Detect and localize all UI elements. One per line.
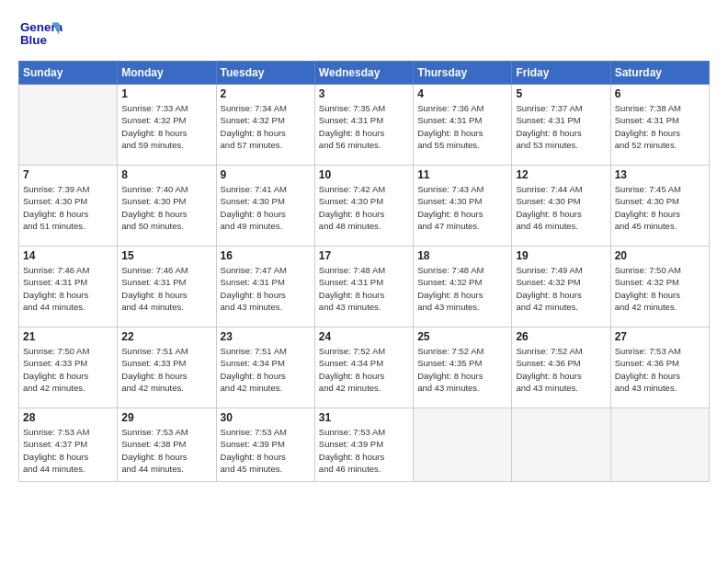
calendar-cell <box>610 408 709 482</box>
day-number: 10 <box>319 168 409 181</box>
calendar-cell: 22Sunrise: 7:51 AMSunset: 4:33 PMDayligh… <box>118 327 216 408</box>
cell-info: Sunrise: 7:52 AMSunset: 4:36 PMDaylight:… <box>516 345 606 394</box>
week-row-1: 1Sunrise: 7:33 AMSunset: 4:32 PMDaylight… <box>19 85 710 166</box>
day-header-sunday: Sunday <box>19 62 118 85</box>
calendar-cell: 12Sunrise: 7:44 AMSunset: 4:30 PMDayligh… <box>512 166 610 247</box>
logo: General Blue <box>18 15 63 52</box>
cell-info: Sunrise: 7:53 AMSunset: 4:38 PMDaylight:… <box>121 426 211 475</box>
calendar-cell: 4Sunrise: 7:36 AMSunset: 4:31 PMDaylight… <box>414 85 512 166</box>
day-number: 24 <box>319 330 409 343</box>
day-header-tuesday: Tuesday <box>216 62 314 85</box>
day-number: 30 <box>221 411 311 424</box>
day-number: 5 <box>516 87 606 100</box>
calendar-cell: 14Sunrise: 7:46 AMSunset: 4:31 PMDayligh… <box>19 247 118 327</box>
week-row-4: 21Sunrise: 7:50 AMSunset: 4:33 PMDayligh… <box>19 327 710 408</box>
day-number: 12 <box>516 168 606 181</box>
cell-info: Sunrise: 7:46 AMSunset: 4:31 PMDaylight:… <box>23 264 113 313</box>
calendar-cell: 23Sunrise: 7:51 AMSunset: 4:34 PMDayligh… <box>216 327 314 408</box>
calendar-cell: 5Sunrise: 7:37 AMSunset: 4:31 PMDaylight… <box>512 85 610 166</box>
day-number: 13 <box>615 168 705 181</box>
day-number: 22 <box>121 330 211 343</box>
calendar: SundayMondayTuesdayWednesdayThursdayFrid… <box>18 61 710 482</box>
calendar-cell: 26Sunrise: 7:52 AMSunset: 4:36 PMDayligh… <box>512 327 610 408</box>
day-number: 20 <box>615 249 705 262</box>
week-row-2: 7Sunrise: 7:39 AMSunset: 4:30 PMDaylight… <box>19 166 710 247</box>
cell-info: Sunrise: 7:46 AMSunset: 4:31 PMDaylight:… <box>121 264 211 313</box>
calendar-cell: 2Sunrise: 7:34 AMSunset: 4:32 PMDaylight… <box>216 85 314 166</box>
cell-info: Sunrise: 7:42 AMSunset: 4:30 PMDaylight:… <box>319 183 409 232</box>
day-number: 11 <box>417 168 507 181</box>
calendar-cell: 20Sunrise: 7:50 AMSunset: 4:32 PMDayligh… <box>610 247 709 327</box>
cell-info: Sunrise: 7:53 AMSunset: 4:36 PMDaylight:… <box>615 345 705 394</box>
cell-info: Sunrise: 7:51 AMSunset: 4:34 PMDaylight:… <box>221 345 311 394</box>
calendar-cell: 10Sunrise: 7:42 AMSunset: 4:30 PMDayligh… <box>314 166 413 247</box>
calendar-cell: 6Sunrise: 7:38 AMSunset: 4:31 PMDaylight… <box>610 85 709 166</box>
calendar-cell: 13Sunrise: 7:45 AMSunset: 4:30 PMDayligh… <box>610 166 709 247</box>
calendar-cell: 30Sunrise: 7:53 AMSunset: 4:39 PMDayligh… <box>216 408 314 482</box>
cell-info: Sunrise: 7:49 AMSunset: 4:32 PMDaylight:… <box>516 264 606 313</box>
cell-info: Sunrise: 7:50 AMSunset: 4:32 PMDaylight:… <box>615 264 705 313</box>
day-number: 9 <box>221 168 311 181</box>
week-row-3: 14Sunrise: 7:46 AMSunset: 4:31 PMDayligh… <box>19 247 710 327</box>
day-number: 31 <box>319 411 409 424</box>
svg-text:Blue: Blue <box>20 33 48 47</box>
cell-info: Sunrise: 7:52 AMSunset: 4:35 PMDaylight:… <box>417 345 507 394</box>
calendar-cell <box>414 408 512 482</box>
calendar-cell: 31Sunrise: 7:53 AMSunset: 4:39 PMDayligh… <box>314 408 413 482</box>
day-number: 29 <box>121 411 211 424</box>
day-number: 1 <box>121 87 211 100</box>
calendar-cell: 17Sunrise: 7:48 AMSunset: 4:31 PMDayligh… <box>314 247 413 327</box>
calendar-cell: 1Sunrise: 7:33 AMSunset: 4:32 PMDaylight… <box>118 85 216 166</box>
cell-info: Sunrise: 7:53 AMSunset: 4:37 PMDaylight:… <box>23 426 113 475</box>
calendar-cell: 11Sunrise: 7:43 AMSunset: 4:30 PMDayligh… <box>414 166 512 247</box>
logo-icon: General Blue <box>18 15 63 52</box>
day-number: 23 <box>221 330 311 343</box>
header: General Blue <box>18 15 710 52</box>
calendar-cell: 18Sunrise: 7:48 AMSunset: 4:32 PMDayligh… <box>414 247 512 327</box>
day-number: 27 <box>615 330 705 343</box>
cell-info: Sunrise: 7:39 AMSunset: 4:30 PMDaylight:… <box>23 183 113 232</box>
day-number: 4 <box>417 87 507 100</box>
calendar-cell: 16Sunrise: 7:47 AMSunset: 4:31 PMDayligh… <box>216 247 314 327</box>
calendar-cell: 9Sunrise: 7:41 AMSunset: 4:30 PMDaylight… <box>216 166 314 247</box>
day-number: 26 <box>516 330 606 343</box>
calendar-cell: 3Sunrise: 7:35 AMSunset: 4:31 PMDaylight… <box>314 85 413 166</box>
cell-info: Sunrise: 7:43 AMSunset: 4:30 PMDaylight:… <box>417 183 507 232</box>
week-row-5: 28Sunrise: 7:53 AMSunset: 4:37 PMDayligh… <box>19 408 710 482</box>
day-header-friday: Friday <box>512 62 610 85</box>
calendar-cell: 8Sunrise: 7:40 AMSunset: 4:30 PMDaylight… <box>118 166 216 247</box>
day-number: 18 <box>417 249 507 262</box>
calendar-cell: 15Sunrise: 7:46 AMSunset: 4:31 PMDayligh… <box>118 247 216 327</box>
cell-info: Sunrise: 7:44 AMSunset: 4:30 PMDaylight:… <box>516 183 606 232</box>
header-row: SundayMondayTuesdayWednesdayThursdayFrid… <box>19 62 710 85</box>
cell-info: Sunrise: 7:35 AMSunset: 4:31 PMDaylight:… <box>319 102 409 151</box>
cell-info: Sunrise: 7:45 AMSunset: 4:30 PMDaylight:… <box>615 183 705 232</box>
day-header-monday: Monday <box>118 62 216 85</box>
calendar-cell: 25Sunrise: 7:52 AMSunset: 4:35 PMDayligh… <box>414 327 512 408</box>
cell-info: Sunrise: 7:40 AMSunset: 4:30 PMDaylight:… <box>121 183 211 232</box>
cell-info: Sunrise: 7:52 AMSunset: 4:34 PMDaylight:… <box>319 345 409 394</box>
cell-info: Sunrise: 7:41 AMSunset: 4:30 PMDaylight:… <box>221 183 311 232</box>
cell-info: Sunrise: 7:50 AMSunset: 4:33 PMDaylight:… <box>23 345 113 394</box>
cell-info: Sunrise: 7:37 AMSunset: 4:31 PMDaylight:… <box>516 102 606 151</box>
cell-info: Sunrise: 7:33 AMSunset: 4:32 PMDaylight:… <box>121 102 211 151</box>
calendar-cell: 29Sunrise: 7:53 AMSunset: 4:38 PMDayligh… <box>118 408 216 482</box>
cell-info: Sunrise: 7:36 AMSunset: 4:31 PMDaylight:… <box>417 102 507 151</box>
calendar-cell <box>19 85 118 166</box>
day-number: 15 <box>121 249 211 262</box>
day-header-wednesday: Wednesday <box>314 62 413 85</box>
day-number: 14 <box>23 249 113 262</box>
day-number: 2 <box>221 87 311 100</box>
cell-info: Sunrise: 7:48 AMSunset: 4:31 PMDaylight:… <box>319 264 409 313</box>
cell-info: Sunrise: 7:53 AMSunset: 4:39 PMDaylight:… <box>319 426 409 475</box>
day-number: 28 <box>23 411 113 424</box>
day-number: 25 <box>417 330 507 343</box>
calendar-cell: 19Sunrise: 7:49 AMSunset: 4:32 PMDayligh… <box>512 247 610 327</box>
calendar-cell: 27Sunrise: 7:53 AMSunset: 4:36 PMDayligh… <box>610 327 709 408</box>
calendar-cell <box>512 408 610 482</box>
day-number: 16 <box>221 249 311 262</box>
cell-info: Sunrise: 7:53 AMSunset: 4:39 PMDaylight:… <box>221 426 311 475</box>
day-number: 3 <box>319 87 409 100</box>
calendar-cell: 24Sunrise: 7:52 AMSunset: 4:34 PMDayligh… <box>314 327 413 408</box>
cell-info: Sunrise: 7:34 AMSunset: 4:32 PMDaylight:… <box>221 102 311 151</box>
